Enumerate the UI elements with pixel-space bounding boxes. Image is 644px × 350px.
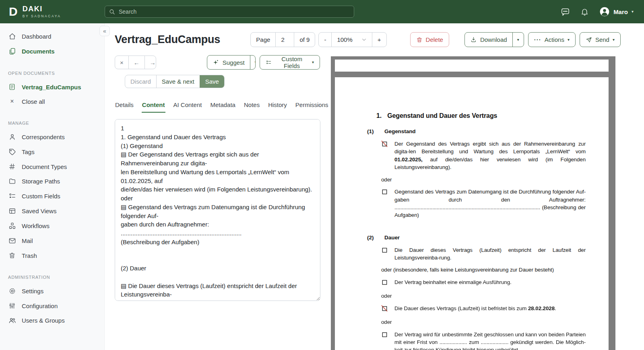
pdf-page-1-bottom [335,60,609,72]
sidebar-item-label: Users & Groups [22,317,65,324]
zoom-select[interactable]: 100% [331,33,372,47]
save-controls: Discard Save & next Save [125,75,225,88]
sliders-icon [8,302,16,309]
chat-button[interactable] [561,7,570,16]
tab-metadata[interactable]: Metadata [210,99,236,113]
checkbox-crossed-icon [381,305,394,314]
pdf-option-row: Der Gegenstand des Vertrags ergibt sich … [381,140,586,171]
sidebar-item-correspondents[interactable]: Correspondents [0,130,104,144]
tab-details[interactable]: Details [115,99,134,113]
save-and-next-button[interactable]: Save & next [156,75,200,88]
close-icon: × [8,98,16,105]
hash-icon [8,163,16,170]
custom-fields-button[interactable]: Custom Fields ▾ [260,55,320,70]
sidebar-item-storage-paths[interactable]: Storage Paths [0,174,104,189]
sidebar-item-documents[interactable]: Documents [0,44,104,59]
sidebar-item-label: Configuration [22,303,58,309]
app-logo[interactable]: D DAKI BY SADNACAYA [6,5,105,18]
pdf-paragraph: Die Dauer dieses Vertrags (Laufzeit) ist… [394,305,586,314]
discard-button[interactable]: Discard [125,75,156,88]
zoom-out-button[interactable]: - [319,33,331,47]
sidebar: Dashboard Documents OPEN DOCUMENTS Vertr… [0,23,105,350]
caret-down-icon: ▾ [568,38,570,42]
sidebar-item-label: Correspondents [22,134,65,140]
sidebar-item-settings[interactable]: Settings [0,284,104,299]
sidebar-item-custom-fields[interactable]: Custom Fields [0,189,104,204]
document-header: Vertrag_EduCampus Page 2 of 9 - 100% + [115,32,621,47]
tab-history[interactable]: History [268,99,287,113]
pdf-subsection-1: (1) Gegenstand [367,128,586,136]
tab-content[interactable]: Content [142,99,165,113]
sidebar-collapse-button[interactable]: « [99,26,110,36]
pdf-oder-text: oder [381,318,586,326]
page-total: of 9 [294,33,315,47]
gear-icon [8,287,16,295]
custom-fields-icon [8,192,16,200]
sidebar-item-label: Settings [22,288,43,294]
zoom-control: - 100% + [318,32,386,47]
users-icon [8,317,16,324]
search-input[interactable] [105,6,354,18]
chevron-down-icon [361,37,367,42]
caret-down-icon: ▾ [312,60,314,64]
user-menu[interactable]: Maro ▾ [599,6,634,17]
suggest-button[interactable]: Suggest [207,56,250,69]
zoom-in-button[interactable]: + [372,33,386,47]
workflows-icon [8,222,16,230]
previous-document-button[interactable]: ← [128,56,144,69]
sidebar-item-document-types[interactable]: Document Types [0,159,104,174]
page-input[interactable]: 2 [275,33,294,47]
pdf-paragraph: Der Gegenstand des Vertrags ergibt sich … [394,140,586,171]
sidebar-item-workflows[interactable]: Workflows [0,218,104,233]
notifications-button[interactable] [580,7,589,16]
pdf-section-heading: 1. Gegenstand und Dauer des Vertrags [376,111,586,120]
page-title: Vertrag_EduCampus [115,33,220,46]
content-textarea[interactable]: 1 1. Gegenstand und Dauer des Vertrags (… [115,119,320,301]
avatar-icon [599,6,610,17]
download-menu-button[interactable]: ▾ [512,33,524,47]
sidebar-item-saved-views[interactable]: Saved Views [0,204,104,218]
bell-icon [580,7,589,16]
sidebar-item-mail[interactable]: Mail [0,233,104,248]
suggest-split-button: Suggest ▾ [207,55,256,70]
home-icon [8,33,16,40]
download-icon [470,36,477,43]
tag-icon [8,148,16,156]
sidebar-item-open-document[interactable]: Vertrag_EduCampus [0,80,104,94]
sidebar-item-close-all[interactable]: × Close all [0,94,104,109]
sidebar-item-trash[interactable]: Trash [0,248,104,263]
sidebar-item-users-groups[interactable]: Users & Groups [0,313,104,328]
tab-ai-content[interactable]: AI Content [173,99,202,113]
sidebar-item-dashboard[interactable]: Dashboard [0,29,104,44]
send-button[interactable]: Send ▾ [580,32,621,47]
chat-icon [561,7,570,16]
delete-button[interactable]: Delete [410,32,449,47]
download-button[interactable]: Download [465,33,512,47]
tab-notes[interactable]: Notes [244,99,260,113]
sidebar-item-label: Saved Views [22,208,56,214]
pdf-option-row: Der Vertrag wird für unbestimmte Zeit ge… [381,331,586,350]
saved-views-icon [8,207,16,215]
suggest-menu-button[interactable]: ▾ [250,56,256,69]
actions-button[interactable]: ··· Actions ▾ [528,32,576,47]
checkbox-crossed-icon [381,140,394,171]
trash-icon [8,252,16,259]
administration-header: ADMINISTRATION [0,275,104,280]
pdf-viewer[interactable]: 1. Gegenstand und Dauer des Vertrags (1)… [331,56,615,350]
checkbox-empty-icon [381,331,394,350]
sidebar-item-configuration[interactable]: Configuration [0,299,104,313]
chevron-down-icon: ▾ [632,10,634,14]
caret-down-icon: ▾ [517,38,519,42]
detail-tabs: Details Content AI Content Metadata Note… [115,99,329,113]
save-button[interactable]: Save [200,75,224,88]
checkbox-empty-icon [381,246,394,262]
close-document-button[interactable]: × [115,56,128,69]
open-documents-header: OPEN DOCUMENTS [0,71,104,76]
person-icon [8,133,16,141]
pdf-option-row: Die Dauer dieses Vertrags (Laufzeit) ist… [381,305,586,314]
sidebar-item-tags[interactable]: Tags [0,144,104,159]
next-document-button[interactable]: → [144,56,156,69]
tab-permissions[interactable]: Permissions [295,99,329,113]
brand-title: DAKI [23,5,61,13]
custom-fields-icon [266,59,272,66]
